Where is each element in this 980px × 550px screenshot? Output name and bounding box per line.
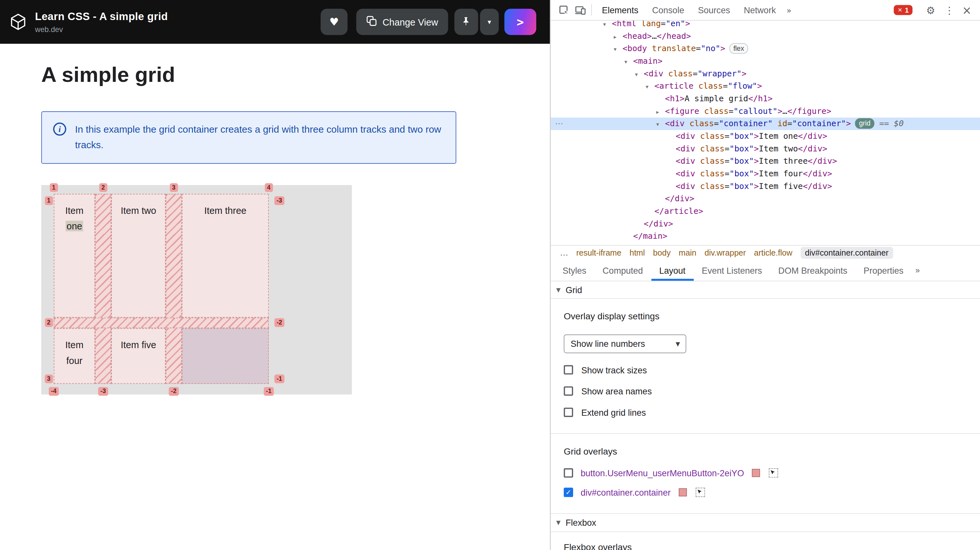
overlay-element-label: div#container.container xyxy=(581,487,670,497)
node-actions-icon[interactable]: ⋯ xyxy=(555,118,563,130)
favorite-button[interactable]: ♥ xyxy=(321,9,347,35)
tree-expand-icon[interactable]: ▾ xyxy=(624,56,633,68)
grid-section-header[interactable]: ▼ Grid xyxy=(550,282,980,299)
option-row-show-track-sizes[interactable]: Show track sizes xyxy=(564,365,980,375)
tree-node[interactable]: </div> xyxy=(550,193,980,205)
tree-expand-icon[interactable]: ▾ xyxy=(656,118,665,131)
grid-overlay-row[interactable]: button.UserMenu_userMenuButton-2eiYO xyxy=(564,468,980,478)
grid-badge[interactable]: grid xyxy=(855,118,874,129)
tree-expand-icon[interactable]: ▾ xyxy=(614,43,623,56)
breadcrumb-ellipsis[interactable]: … xyxy=(560,248,568,258)
tree-node-selected[interactable]: ▾<div class="container" id="container">g… xyxy=(550,118,980,130)
overlay-display-options: Show track sizesShow area namesExtend gr… xyxy=(550,365,980,417)
change-view-icon xyxy=(366,16,377,28)
checkbox-unchecked[interactable] xyxy=(564,386,573,396)
checkbox-unchecked[interactable] xyxy=(564,468,573,478)
error-badge[interactable]: ✕ 1 xyxy=(894,5,912,15)
tree-node[interactable]: <div class="box">Item two</div> xyxy=(550,143,980,155)
tab-styles[interactable]: Styles xyxy=(554,260,595,281)
tree-node[interactable]: ▸<head>…</head> xyxy=(550,30,980,43)
option-label: Show area names xyxy=(581,386,652,396)
tree-node[interactable]: ▾<div class="wrapper"> xyxy=(550,68,980,80)
tree-node[interactable]: <div class="box">Item one</div> xyxy=(550,130,980,143)
browser-pane: Learn CSS - A simple grid web.dev ♥ Chan… xyxy=(0,0,550,550)
flex-badge[interactable]: flex xyxy=(730,43,748,54)
more-tabs-icon[interactable]: » xyxy=(783,5,795,14)
tree-node[interactable]: ▾<article class="flow"> xyxy=(550,80,980,92)
tree-node[interactable]: ▾<html lang="en"> xyxy=(550,21,980,30)
devtools-tab-elements[interactable]: Elements xyxy=(595,0,645,20)
device-toolbar-icon[interactable] xyxy=(572,2,588,18)
webdev-logo-icon[interactable] xyxy=(9,13,27,31)
tree-node[interactable]: ▸<figure class="callout">…</figure> xyxy=(550,105,980,118)
tree-node[interactable]: ▾<main> xyxy=(550,55,980,68)
devtools-tabs: ElementsConsoleSourcesNetwork xyxy=(595,0,783,20)
tree-expand-icon[interactable]: ▸ xyxy=(656,106,665,118)
change-view-button[interactable]: Change View xyxy=(356,9,448,35)
pin-icon xyxy=(461,16,471,28)
change-view-label: Change View xyxy=(383,16,438,27)
pin-button[interactable] xyxy=(454,9,478,35)
close-devtools-icon[interactable]: × xyxy=(959,2,975,18)
tree-node[interactable]: </article> xyxy=(550,205,980,218)
grid-line-number: 1 xyxy=(50,183,57,192)
tree-node[interactable]: <div class="box">Item five</div> xyxy=(550,180,980,193)
overlay-color-swatch[interactable] xyxy=(679,488,687,496)
scroll-to-element-icon[interactable] xyxy=(769,468,778,478)
dropdown-value: Show line numbers xyxy=(571,339,645,349)
dropdown-arrow-icon: ▼ xyxy=(676,341,680,347)
breadcrumb-div-container-container[interactable]: div#container.container xyxy=(800,247,892,259)
open-app-button[interactable]: > xyxy=(504,9,536,35)
tree-expand-icon[interactable]: ▾ xyxy=(635,68,644,81)
devtools-tab-sources[interactable]: Sources xyxy=(691,0,737,20)
scroll-to-element-icon[interactable] xyxy=(696,488,705,497)
tree-expand-icon[interactable]: ▾ xyxy=(603,21,612,31)
tree-node[interactable]: ▾<body translate="no">flex xyxy=(550,42,980,55)
tree-node[interactable]: </main> xyxy=(550,230,980,243)
grid-line-number: -3 xyxy=(98,387,108,396)
tree-expand-icon[interactable]: ▾ xyxy=(646,81,654,93)
tree-expand-icon[interactable]: ▸ xyxy=(614,31,623,43)
grid-overlay: Item oneItem twoItem threeItem fourItem … xyxy=(54,194,269,384)
devtools-tab-network[interactable]: Network xyxy=(737,0,783,20)
flexbox-section-header[interactable]: ▼ Flexbox xyxy=(550,513,980,532)
grid-overlay-row[interactable]: ✓div#container.container xyxy=(564,488,980,497)
elements-tree: ▾<html lang="en">▸<head>…</head>▾<body t… xyxy=(550,21,980,245)
tab-layout[interactable]: Layout xyxy=(651,260,694,281)
tree-node[interactable]: <div class="box">Item three</div> xyxy=(550,155,980,167)
checkbox-unchecked[interactable] xyxy=(564,408,573,417)
checkbox-unchecked[interactable] xyxy=(564,365,573,375)
grid-line-number: -1 xyxy=(264,387,274,396)
breadcrumb-result-iframe[interactable]: result-iframe xyxy=(576,248,622,258)
devtools-tab-console[interactable]: Console xyxy=(645,0,691,20)
sidebar-panel-tabs: StylesComputedLayoutEvent ListenersDOM B… xyxy=(550,260,980,282)
tree-node[interactable]: </div> xyxy=(550,217,980,230)
option-row-show-area-names[interactable]: Show area names xyxy=(564,386,980,396)
tab-properties[interactable]: Properties xyxy=(856,260,912,281)
tree-node[interactable]: <div class="box">Item four</div> xyxy=(550,167,980,180)
grid-item: Item two xyxy=(111,194,165,318)
tab-event-listeners[interactable]: Event Listeners xyxy=(694,260,770,281)
breadcrumb: … result-iframehtmlbodymaindiv.wrapperar… xyxy=(550,245,980,260)
breadcrumb-main[interactable]: main xyxy=(679,248,696,258)
grid-overlays-list: button.UserMenu_userMenuButton-2eiYO✓div… xyxy=(550,468,980,497)
grid-container: Item oneItem twoItem threeItem fourItem … xyxy=(41,185,352,394)
kebab-menu-icon[interactable]: ⋮ xyxy=(941,2,957,18)
breadcrumb-article-flow[interactable]: article.flow xyxy=(754,248,792,258)
line-numbers-dropdown[interactable]: Show line numbers ▼ xyxy=(564,335,686,353)
panel-tabs-overflow-icon[interactable]: » xyxy=(912,260,924,281)
pin-dropdown-button[interactable]: ▾ xyxy=(480,9,499,35)
breadcrumb-div-wrapper[interactable]: div.wrapper xyxy=(705,248,746,258)
grid-item: Item three xyxy=(182,194,269,318)
checkbox-checked[interactable]: ✓ xyxy=(564,488,573,497)
breadcrumb-body[interactable]: body xyxy=(653,248,670,258)
tree-node[interactable]: <h1>A simple grid</h1> xyxy=(550,92,980,105)
breadcrumb-html[interactable]: html xyxy=(629,248,644,258)
tab-dom-breakpoints[interactable]: DOM Breakpoints xyxy=(770,260,856,281)
option-row-extend-grid-lines[interactable]: Extend grid lines xyxy=(564,408,980,417)
tab-computed[interactable]: Computed xyxy=(595,260,651,281)
inspect-element-icon[interactable] xyxy=(556,2,572,18)
settings-gear-icon[interactable]: ⚙ xyxy=(923,2,939,18)
overlay-color-swatch[interactable] xyxy=(752,469,760,477)
site-subtitle: web.dev xyxy=(35,25,168,33)
